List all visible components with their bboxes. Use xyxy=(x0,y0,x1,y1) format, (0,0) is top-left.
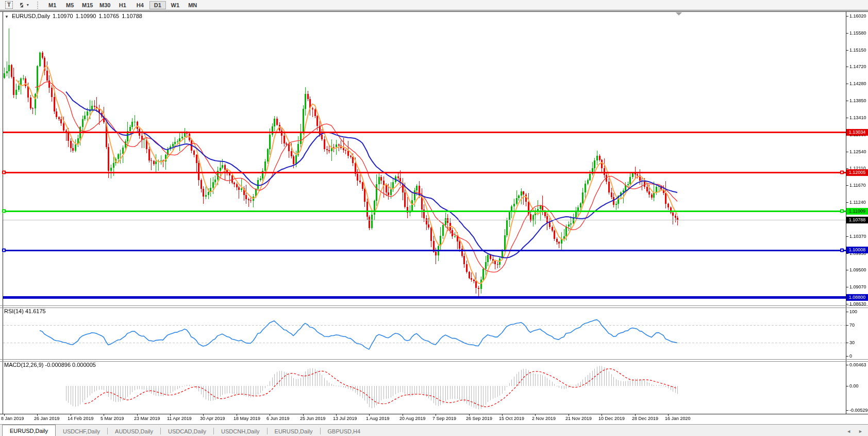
price-axis-tick: 1.14720 xyxy=(849,64,866,69)
chart-tab-usdchf-daily[interactable]: USDCHF,Daily xyxy=(56,426,107,436)
price-axis-tick: 1.09500 xyxy=(849,267,866,272)
price-chart-canvas[interactable] xyxy=(0,0,868,436)
price-axis-tick: 1.11670 xyxy=(849,183,866,188)
date-axis-label: 18 May 2019 xyxy=(233,416,260,421)
chart-tab-eurusd-daily[interactable]: EURUSD,Daily xyxy=(2,425,56,436)
date-axis-label: 2 Nov 2019 xyxy=(532,416,556,421)
price-axis-tick: 1.11240 xyxy=(849,200,866,205)
chart-tab-usdcad-daily[interactable]: USDCAD,Daily xyxy=(161,426,213,436)
date-axis-label: 15 Oct 2019 xyxy=(499,416,524,421)
price-level-badge: 1.12005 xyxy=(846,169,868,176)
rsi-indicator-label: RSI(14) 41.6175 xyxy=(4,308,46,314)
date-axis-label: 11 Apr 2019 xyxy=(167,416,192,421)
date-axis-label: 23 Mar 2019 xyxy=(134,416,160,421)
rsi-axis-tick: 100 xyxy=(849,309,857,314)
ohlc-open: 1.10970 xyxy=(53,13,73,19)
macd-axis-tick: 0.00 xyxy=(849,383,859,389)
date-axis-label: 13 Jul 2019 xyxy=(333,416,357,421)
price-axis-tick: 1.15150 xyxy=(849,47,866,53)
chart-menu-triangle-icon[interactable]: ▼ xyxy=(5,14,9,19)
date-axis-label: 7 Sep 2019 xyxy=(432,416,456,421)
date-axis-label: 26 Jan 2019 xyxy=(34,416,60,421)
price-axis-tick: 1.09070 xyxy=(849,284,866,289)
price-level-badge: 1.10008 xyxy=(846,247,868,253)
rsi-axis-tick: 70 xyxy=(849,322,855,328)
price-axis-tick: 1.12540 xyxy=(849,149,866,154)
price-axis-tick: 1.08630 xyxy=(849,301,866,306)
tab-scroll-right-icon[interactable]: ► xyxy=(858,429,863,434)
price-level-badge: 1.11009 xyxy=(846,208,868,215)
chart-tab-eurusd-daily-2[interactable]: EURUSD,Daily xyxy=(268,426,320,436)
ohlc-high: 1.10990 xyxy=(76,13,96,19)
chart-tab-usdcnh-daily[interactable]: USDCNH,Daily xyxy=(214,426,267,436)
date-axis-label: 20 Aug 2019 xyxy=(399,416,426,421)
chart-ohlc-title: ▼EURUSD,Daily1.109701.109901.107651.1078… xyxy=(5,13,145,19)
tab-scroll-left-icon[interactable]: ◄ xyxy=(846,429,851,434)
price-level-badge: 1.13034 xyxy=(846,129,868,136)
date-axis-label: 5 Mar 2019 xyxy=(101,416,124,421)
date-axis-label: 6 Jun 2019 xyxy=(266,416,290,421)
price-level-badge: 1.08800 xyxy=(846,294,868,301)
rsi-axis-tick: 0 xyxy=(849,353,852,359)
date-axis-label: 26 Sep 2019 xyxy=(466,416,492,421)
price-axis-tick: 1.13410 xyxy=(849,115,866,120)
price-axis-tick: 1.16020 xyxy=(849,13,866,19)
date-axis-label: 1 Aug 2019 xyxy=(366,416,390,421)
chart-tab-bar: EURUSD,Daily USDCHF,Daily AUDUSD,Daily U… xyxy=(0,424,868,436)
date-axis-label: 8 Jan 2019 xyxy=(1,416,24,421)
date-axis-label: 25 Jun 2019 xyxy=(300,416,326,421)
macd-axis-tick: 0.00463 xyxy=(849,362,866,367)
date-axis-label: 28 Dec 2019 xyxy=(632,416,658,421)
price-axis-tick: 1.10370 xyxy=(849,234,866,239)
date-axis-label: 21 Nov 2019 xyxy=(565,416,592,421)
date-axis-label: 14 Feb 2019 xyxy=(68,416,94,421)
chart-symbol-label: EURUSD,Daily xyxy=(12,13,50,19)
date-axis-label: 30 Apr 2019 xyxy=(200,416,225,421)
macd-indicator-label: MACD(12,26,9) -0.000896 0.000005 xyxy=(4,362,96,368)
macd-axis-tick: -0.005299 xyxy=(849,408,868,413)
chart-tab-audusd-daily[interactable]: AUDUSD,Daily xyxy=(108,426,160,436)
price-axis-tick: 1.14280 xyxy=(849,81,866,86)
rsi-axis-tick: 30 xyxy=(849,340,855,345)
ohlc-close: 1.10788 xyxy=(122,13,142,19)
price-level-badge: 1.10788 xyxy=(846,217,868,223)
date-axis-label: 16 Jan 2020 xyxy=(665,416,691,421)
ohlc-low: 1.10765 xyxy=(98,13,119,19)
price-axis-tick: 1.15580 xyxy=(849,30,866,36)
price-axis-tick: 1.13850 xyxy=(849,98,866,103)
chart-tab-gbpusd-h4[interactable]: GBPUSD,H4 xyxy=(321,426,368,436)
date-axis-label: 10 Dec 2019 xyxy=(598,416,625,421)
